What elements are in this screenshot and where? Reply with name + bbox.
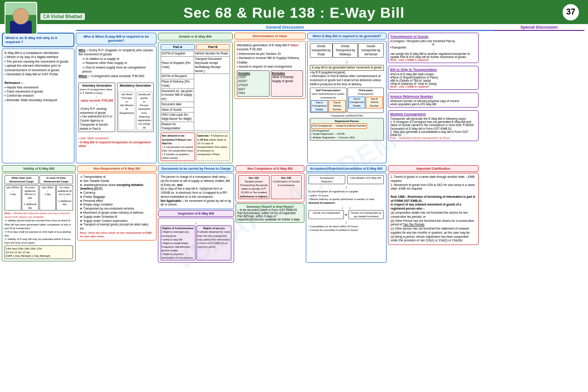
- invoice-ref-title: Invoice Reference Number: [390, 94, 476, 98]
- who-when-header: Who & When E-way Bill is required to be …: [76, 33, 157, 44]
- multiple-consignment-box: Multiple Consignment Transporter will ge…: [388, 110, 479, 141]
- validity-section: Validity of E-Way Bill Other than over d…: [2, 165, 76, 263]
- avatar: [5, 2, 37, 34]
- determination-body: Mandatory generation of E-Way Bill if Va…: [234, 41, 306, 99]
- docs-body: The person in charge of a conveyance sha…: [158, 173, 234, 209]
- acceptance-body: AcceptanceRejection Cancellation of E-Wa…: [306, 173, 387, 263]
- col-determination: Determination of Value Mandatory generat…: [234, 33, 306, 163]
- non-requirement-section: Non-Requirement of E-Way Bill ⇒ Transpor…: [77, 165, 157, 263]
- when-required-body: Goods transported by Road Goods Transpor…: [307, 41, 387, 163]
- page: VSMART ACADEMY CA Vishal Bhattad Sec 68 …: [0, 0, 588, 392]
- inspection-body: ↓ Rights of Commissioner • Right to inte…: [158, 218, 234, 263]
- col-details: Details in E-Way Bill Part A Part B GSTI…: [158, 33, 233, 163]
- header: CA Vishal Bhattad Sec 68 & Rule 138 : E-…: [0, 0, 588, 24]
- non-requirement-header: Non-Requirement of E-Way Bill: [77, 165, 157, 172]
- transhipment-title: Transhipment of Goods: [390, 34, 476, 39]
- multiple-consignment-title: Multiple Consignment: [390, 112, 476, 116]
- important-clarification-header: Important Clarification: [388, 165, 479, 172]
- acceptance-header: Acceptance/Rejection/cancellation of E-W…: [306, 165, 387, 172]
- col-what-is-eway: What is an E-Way bill why is it required…: [2, 33, 74, 163]
- col-when-required: When E-Way Bill is required to be genera…: [307, 33, 387, 163]
- inspection-header: Inspection of E-Way Bill: [158, 210, 234, 217]
- validity-header: Validity of E-Way Bill: [2, 165, 76, 172]
- transhipment-box: Transhipment of Goods •Consignor / Recip…: [388, 33, 479, 63]
- details-header: Details in E-Way Bill: [158, 33, 233, 40]
- important-clarification-section: Important Clarification 1. Transit of go…: [388, 165, 479, 263]
- non-compliance-body: Sec 122 Taxable person Transporting the …: [235, 173, 304, 202]
- details-body: Part A Part B GSTIN of Supplier Vehicle …: [158, 42, 233, 163]
- general-discussion-label: General Discussion: [76, 25, 494, 31]
- bill-to-ship-box: Bill to Ship to Transportation •Part A o…: [388, 66, 479, 90]
- page-title: Sec 68 & Rule 138 : E-Way Bill: [0, 5, 588, 21]
- page-number: 37: [562, 3, 580, 21]
- acceptance-section: Acceptance/Rejection/cancellation of E-W…: [306, 165, 387, 263]
- what-is-eway-body: E-Way Bill is a compliance mechanism • W…: [2, 49, 74, 163]
- docs-inspection-section: Documents to be carried by Person in Cha…: [158, 165, 234, 263]
- special-discussion-label: Special Discussion: [494, 25, 584, 31]
- non-compliance-section: Non Compliance of E-Way Bill Sec 122 Tax…: [235, 165, 304, 263]
- bill-to-ship-title: Bill to Ship to Transportation: [390, 68, 476, 72]
- validity-body: Other than over dimensional Cargo In cas…: [2, 173, 76, 261]
- invoice-ref-box: Invoice Reference Number •Reduces burden…: [388, 93, 479, 108]
- col-special-discussion: Transhipment of Goods •Consignor / Recip…: [388, 33, 479, 163]
- who-when-body: Who :- Every R.P. (Supplier or recipient…: [76, 46, 157, 163]
- col-who-when: Who & When E-way Bill is required to be …: [76, 33, 157, 163]
- non-requirement-body: ⇒ Transportation of ➤ Non Taxable Goods …: [77, 173, 157, 240]
- summary-box: Summary Report & final Report – to be re…: [235, 203, 304, 223]
- non-compliance-header: Non Compliance of E-Way Bill: [235, 165, 304, 172]
- docs-header: Documents to be carried by Person in Cha…: [158, 165, 234, 172]
- what-is-eway-title: What is an E-Way bill why is it required…: [2, 33, 74, 47]
- important-clarification-body: 1. Transit of goods in a same state thro…: [388, 173, 479, 245]
- presenter-name: CA Vishal Bhattad: [40, 13, 85, 20]
- determination-header: Determination of Value: [234, 33, 306, 39]
- when-required-header: When E-Way Bill is required to be genera…: [307, 33, 387, 39]
